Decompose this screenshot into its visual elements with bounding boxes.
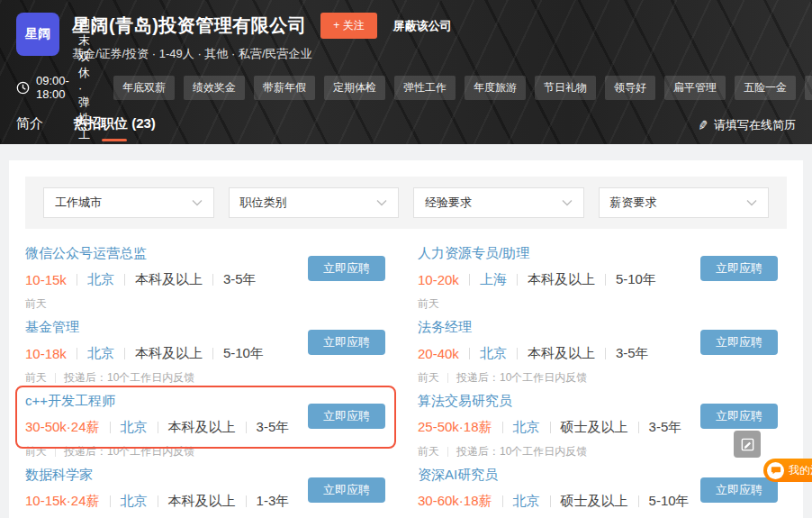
- filter-label: 薪资要求: [610, 195, 657, 211]
- apply-button[interactable]: 立即应聘: [700, 404, 778, 429]
- job-card[interactable]: 资深AI研究员 30-60k·18薪 北京 硕士及以上 5-10年 前天 投递后…: [418, 452, 787, 518]
- company-info: 星阔(青岛)投资管理有限公司 + 关注 屏蔽该公司 基金/证券/投资 · 1-4…: [72, 13, 452, 62]
- job-education: 本科及以上: [528, 271, 595, 288]
- apply-button[interactable]: 立即应聘: [308, 330, 385, 355]
- welfare-tag: 定期体检: [324, 76, 385, 100]
- job-education: 本科及以上: [168, 493, 236, 510]
- apply-button[interactable]: 立即应聘: [308, 404, 385, 429]
- filter-dropdown[interactable]: 薪资要求: [599, 187, 770, 218]
- job-education: 本科及以上: [168, 419, 236, 436]
- job-experience: 5-10年: [223, 345, 264, 362]
- job-education: 本科及以上: [528, 345, 595, 362]
- divider: [77, 348, 77, 359]
- apply-button[interactable]: 立即应聘: [308, 256, 385, 281]
- divider: [550, 495, 551, 507]
- company-name: 星阔(青岛)投资管理有限公司: [72, 14, 306, 38]
- job-card[interactable]: 基金管理 10-18k 北京 本科及以上 5-10年 前天 投递后：10个工作日…: [25, 304, 394, 378]
- divider: [158, 422, 158, 433]
- job-experience: 1-3年: [257, 493, 290, 510]
- job-card[interactable]: 法务经理 20-40k 北京 本科及以上 3-5年 前天 投递后：10个工作日内…: [418, 304, 787, 378]
- job-card[interactable]: 微信公众号运营总监 10-15k 北京 本科及以上 3-5年 前天 立即应聘: [25, 231, 394, 304]
- job-city[interactable]: 北京: [121, 493, 148, 510]
- apply-button[interactable]: 立即应聘: [700, 330, 778, 355]
- job-experience: 5-10年: [649, 493, 690, 510]
- job-salary: 10-20k: [418, 272, 459, 287]
- divider: [605, 274, 606, 286]
- online-resume-link[interactable]: ✎ 请填写在线简历: [698, 117, 796, 139]
- welfare-row: 09:00-18:00 周末双休 · 弹性工作 年底双薪绩效奖金带薪年假定期体检…: [0, 77, 812, 98]
- filter-label: 工作城市: [55, 195, 102, 211]
- job-city[interactable]: 北京: [480, 345, 507, 362]
- divider: [469, 274, 470, 286]
- job-city[interactable]: 北京: [121, 419, 148, 436]
- apply-button[interactable]: 立即应聘: [700, 477, 778, 503]
- my-chats-pill[interactable]: 我的沟: [763, 459, 812, 482]
- job-education: 本科及以上: [135, 271, 203, 288]
- filter-label: 职位类别: [240, 195, 287, 211]
- divider: [605, 348, 606, 359]
- divider: [124, 274, 125, 286]
- job-card[interactable]: c++开发工程师 30-50k·24薪 北京 本科及以上 3-5年 前天 投递后…: [25, 378, 394, 452]
- chevron-down-icon: [562, 199, 573, 206]
- feedback-form-icon[interactable]: [734, 431, 761, 458]
- divider: [517, 274, 518, 286]
- divider: [212, 348, 213, 359]
- online-resume-label: 请填写在线简历: [714, 117, 796, 133]
- welfare-tag: 绩效奖金: [184, 76, 245, 100]
- divider: [502, 422, 503, 433]
- form-edit-glyph: [740, 437, 755, 452]
- job-salary: 10-15k·24薪: [25, 493, 100, 510]
- chevron-down-icon: [192, 199, 203, 206]
- welfare-tag: 带薪年假: [254, 76, 315, 100]
- divider: [469, 348, 470, 359]
- divider: [77, 274, 77, 286]
- divider: [246, 495, 247, 507]
- follow-button[interactable]: + 关注: [320, 13, 376, 39]
- edit-pen-icon: ✎: [697, 117, 709, 133]
- divider: [110, 422, 111, 433]
- filter-dropdown[interactable]: 经验要求: [413, 187, 584, 218]
- filter-dropdown[interactable]: 工作城市: [43, 187, 214, 218]
- divider: [638, 495, 639, 507]
- job-salary: 20-40k: [418, 346, 459, 361]
- filter-label: 经验要求: [425, 195, 472, 211]
- job-card[interactable]: 数据科学家 10-15k·24薪 北京 本科及以上 1-3年 前天 投递后：10…: [25, 452, 394, 518]
- job-city[interactable]: 上海: [480, 271, 507, 288]
- welfare-tag: 年度旅游: [465, 76, 526, 100]
- job-city[interactable]: 北京: [513, 493, 540, 510]
- filter-dropdown[interactable]: 职位类别: [229, 187, 400, 218]
- welfare-tag: 弹性工作: [394, 76, 456, 100]
- job-card[interactable]: 人力资源专员/助理 10-20k 上海 本科及以上 5-10年 前天 立即应聘: [418, 231, 787, 304]
- apply-button[interactable]: 立即应聘: [308, 477, 385, 503]
- job-card[interactable]: 算法交易研究员 25-50k·18薪 北京 硕士及以上 3-5年 前天 投递后：…: [418, 378, 787, 452]
- welfare-tag: 扁平管理: [664, 76, 726, 100]
- divider: [550, 422, 551, 433]
- company-header-row: 星阔 星阔(青岛)投资管理有限公司 + 关注 屏蔽该公司 基金/证券/投资 · …: [0, 0, 812, 62]
- welfare-tag: 领导好: [605, 76, 655, 100]
- work-time: 09:00-18:00: [36, 74, 69, 101]
- job-city[interactable]: 北京: [87, 345, 114, 362]
- filter-band: 工作城市职位类别经验要求薪资要求: [25, 177, 787, 229]
- job-salary: 25-50k·18薪: [418, 419, 492, 436]
- welfare-tag: 团队聚餐: [805, 76, 812, 100]
- clock-icon: [16, 81, 30, 95]
- my-chats-label: 我的沟: [789, 463, 812, 478]
- job-experience: 3-5年: [649, 419, 682, 436]
- job-experience: 3-5年: [257, 419, 290, 436]
- divider: [124, 348, 125, 359]
- divider: [517, 348, 518, 359]
- company-meta: 基金/证券/投资 · 1-49人 · 其他 · 私营/民营企业: [72, 46, 452, 62]
- chevron-down-icon: [376, 199, 387, 206]
- tab-intro[interactable]: 简介: [16, 115, 43, 141]
- divider: [502, 495, 503, 507]
- block-company-link[interactable]: 屏蔽该公司: [393, 18, 452, 34]
- divider: [110, 495, 111, 507]
- tab-hot-jobs[interactable]: 热招职位 (23): [74, 115, 156, 141]
- job-salary: 30-50k·24薪: [25, 419, 100, 436]
- job-city[interactable]: 北京: [513, 419, 540, 436]
- divider: [212, 274, 213, 286]
- apply-button[interactable]: 立即应聘: [700, 256, 778, 281]
- job-city[interactable]: 北京: [87, 271, 114, 288]
- welfare-tags: 年底双薪绩效奖金带薪年假定期体检弹性工作年度旅游节日礼物领导好扁平管理五险一金团…: [113, 76, 812, 100]
- job-education: 硕士及以上: [561, 493, 628, 510]
